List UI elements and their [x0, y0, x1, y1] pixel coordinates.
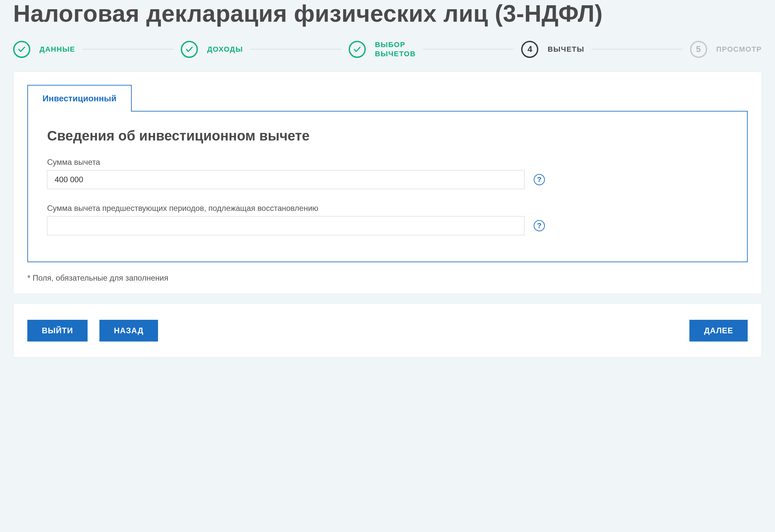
field-label-prior: Сумма вычета предшествующих периодов, по…: [47, 204, 728, 213]
step-label: ПРОСМОТР: [716, 45, 762, 54]
step-connector: [592, 49, 683, 50]
step-connector: [250, 49, 341, 50]
step-connector: [423, 49, 514, 50]
field-amount: Сумма вычета ?: [47, 158, 728, 189]
tab-investment[interactable]: Инвестиционный: [27, 85, 132, 112]
back-button[interactable]: НАЗАД: [99, 320, 158, 342]
step-income[interactable]: ДОХОДЫ: [181, 41, 243, 58]
page-title: Налоговая декларация физических лиц (3-Н…: [13, 0, 762, 40]
step-number-icon: 5: [690, 41, 707, 58]
step-data[interactable]: ДАННЫЕ: [13, 41, 75, 58]
exit-button[interactable]: ВЫЙТИ: [27, 320, 88, 342]
input-amount[interactable]: [47, 170, 525, 189]
help-icon[interactable]: ?: [534, 174, 545, 185]
input-prior-amount[interactable]: [47, 216, 525, 235]
step-label: ДАННЫЕ: [39, 45, 75, 54]
step-number-icon: 4: [521, 41, 538, 58]
check-icon: [13, 41, 30, 58]
required-footnote: * Поля, обязательные для заполнения: [27, 273, 748, 283]
button-bar: ВЫЙТИ НАЗАД ДАЛЕЕ: [13, 304, 762, 358]
panel-title: Сведения об инвестиционном вычете: [47, 128, 728, 144]
help-icon[interactable]: ?: [534, 220, 545, 231]
field-prior-amount: Сумма вычета предшествующих периодов, по…: [47, 204, 728, 235]
step-label: ВЫБОР ВЫЧЕТОВ: [375, 40, 416, 58]
form-card: Инвестиционный Сведения об инвестиционно…: [13, 71, 762, 294]
check-icon: [349, 41, 366, 58]
step-label: ВЫЧЕТЫ: [548, 45, 584, 54]
check-icon: [181, 41, 198, 58]
step-label: ДОХОДЫ: [207, 45, 243, 54]
next-button[interactable]: ДАЛЕЕ: [689, 320, 748, 342]
tab-panel-investment: Сведения об инвестиционном вычете Сумма …: [27, 111, 748, 262]
step-review[interactable]: 5 ПРОСМОТР: [690, 41, 762, 58]
step-select-deductions[interactable]: ВЫБОР ВЫЧЕТОВ: [349, 40, 416, 58]
step-connector: [83, 49, 174, 50]
field-label-amount: Сумма вычета: [47, 158, 728, 167]
progress-stepper: ДАННЫЕ ДОХОДЫ ВЫБОР ВЫЧЕТОВ 4 ВЫЧЕТЫ 5: [13, 40, 762, 71]
step-deductions[interactable]: 4 ВЫЧЕТЫ: [521, 41, 584, 58]
